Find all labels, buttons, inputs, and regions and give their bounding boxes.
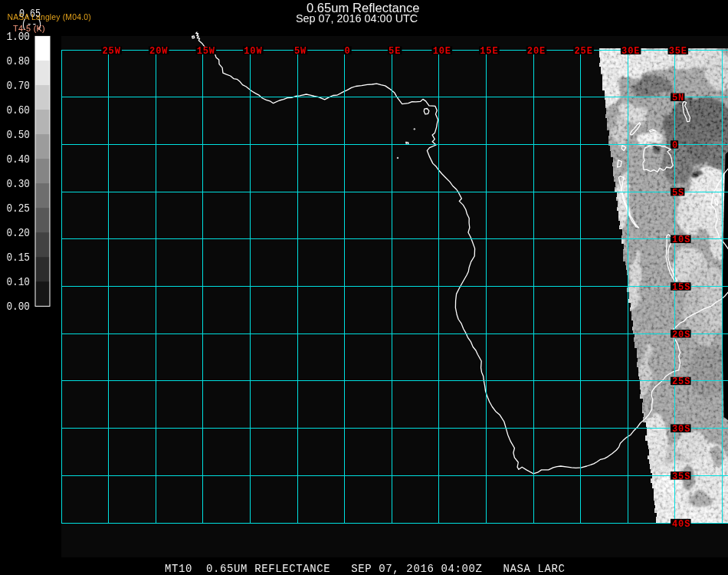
svg-text:25S: 25S — [672, 376, 690, 387]
svg-text:10E: 10E — [433, 46, 451, 57]
svg-text:15E: 15E — [480, 46, 498, 57]
svg-text:20W: 20W — [149, 46, 168, 57]
svg-text:30E: 30E — [621, 46, 640, 57]
svg-text:0.60: 0.60 — [7, 104, 31, 117]
svg-text:NASA Langley (M04.0): NASA Langley (M04.0) — [8, 13, 91, 21]
svg-text:MT10 0.65UM REFLECTANCE SEP: MT10 0.65UM REFLECTANCE SEP 07, 2016 04:… — [165, 563, 565, 575]
svg-text:0.80: 0.80 — [7, 55, 31, 68]
svg-text:0.15: 0.15 — [7, 251, 31, 264]
svg-text:30S: 30S — [672, 424, 690, 435]
svg-text:20E: 20E — [527, 46, 546, 57]
svg-text:0.00: 0.00 — [7, 301, 31, 314]
svg-text:0.20: 0.20 — [7, 227, 31, 240]
svg-text:35E: 35E — [669, 46, 687, 57]
svg-text:0.30: 0.30 — [7, 178, 31, 191]
svg-text:0.70: 0.70 — [7, 80, 31, 93]
svg-text:5E: 5E — [389, 46, 401, 57]
svg-text:0.40: 0.40 — [7, 153, 31, 166]
svg-text:10S: 10S — [672, 235, 690, 245]
svg-text:0: 0 — [672, 140, 678, 151]
svg-text:5S: 5S — [672, 188, 684, 199]
svg-text:0.25: 0.25 — [7, 202, 31, 215]
svg-text:10W: 10W — [244, 46, 262, 57]
svg-text:0.10: 0.10 — [7, 276, 31, 289]
svg-text:20S: 20S — [672, 330, 690, 340]
svg-text:40S: 40S — [672, 519, 690, 530]
svg-text:35S: 35S — [672, 472, 690, 482]
svg-text:5W: 5W — [294, 46, 307, 57]
svg-text:25W: 25W — [102, 46, 120, 57]
svg-text:15S: 15S — [672, 282, 690, 293]
svg-text:5N: 5N — [672, 93, 684, 104]
svg-text:25E: 25E — [574, 46, 592, 57]
svg-text:Sep 07, 2016 04:00 UTC: Sep 07, 2016 04:00 UTC — [296, 12, 418, 25]
svg-text:0: 0 — [345, 46, 351, 57]
svg-text:0.50: 0.50 — [7, 129, 31, 142]
svg-text:T4-5 (K): T4-5 (K) — [13, 24, 45, 33]
svg-text:15W: 15W — [197, 46, 215, 57]
